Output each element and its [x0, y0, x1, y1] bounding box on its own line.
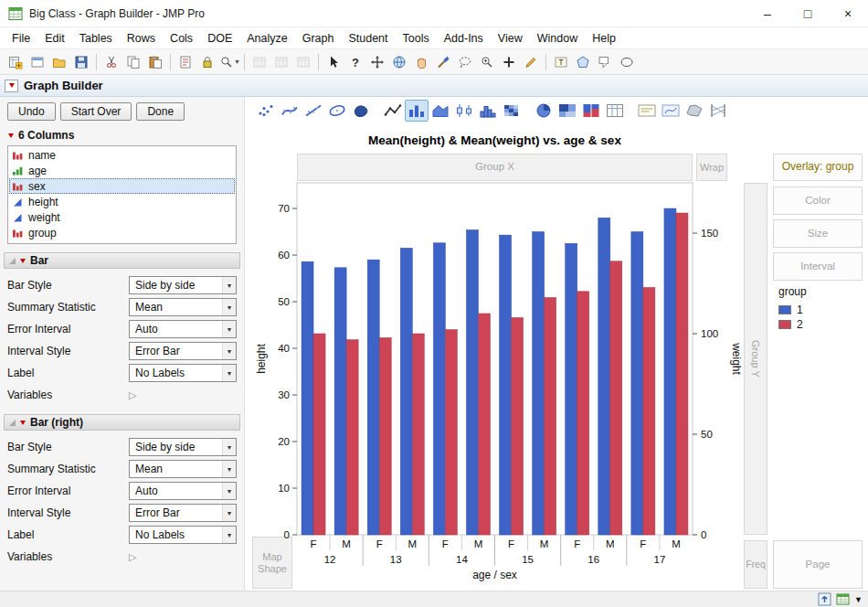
save-icon[interactable] [70, 51, 92, 73]
up-arrow-icon[interactable] [818, 592, 831, 607]
legend-entry-1[interactable]: 1 [778, 303, 807, 317]
label-select[interactable]: No Labels▾ [129, 526, 237, 544]
bar-weight-16F[interactable] [577, 292, 589, 535]
disclosure-triangle-icon[interactable]: ▷ [129, 551, 237, 563]
collapse-triangle-icon[interactable] [9, 420, 16, 426]
pie-icon[interactable] [532, 100, 556, 122]
bar-height-17M[interactable] [664, 208, 676, 535]
histogram-icon[interactable] [476, 100, 500, 122]
drop-zone-size[interactable]: Size [773, 219, 863, 248]
interval-style-select[interactable]: Error Bar▾ [129, 342, 237, 360]
oval-icon[interactable] [616, 51, 638, 73]
area-icon[interactable] [429, 100, 452, 122]
bar-style-select[interactable]: Side by side▾ [129, 438, 237, 456]
help-icon[interactable]: ? [344, 51, 366, 73]
paste-icon[interactable] [144, 51, 166, 73]
menu-help[interactable]: Help [585, 29, 623, 48]
menu-tables[interactable]: Tables [72, 29, 120, 48]
bar-weight-17F[interactable] [643, 287, 655, 535]
bar-height-13M[interactable] [400, 248, 412, 535]
close-button[interactable]: × [828, 0, 868, 27]
bar-height-15F[interactable] [500, 235, 512, 535]
polygon-icon[interactable] [572, 51, 594, 73]
bar-height-12F[interactable] [302, 261, 313, 535]
menu-rows[interactable]: Rows [120, 29, 163, 48]
bar-weight-12M[interactable] [346, 340, 358, 535]
drop-zone-overlay[interactable]: Overlay: group [773, 154, 863, 181]
red-triangle-menu[interactable] [5, 80, 18, 92]
bar-weight-13F[interactable] [379, 337, 391, 535]
heatmap-icon[interactable] [500, 100, 524, 122]
bar-weight-12F[interactable] [313, 334, 325, 535]
columns-list[interactable]: nameagesexheightweightgroup [7, 145, 237, 244]
bar-weight-15F[interactable] [512, 317, 524, 535]
red-triangle-icon[interactable] [20, 259, 26, 263]
menu-window[interactable]: Window [530, 29, 585, 48]
points-icon[interactable] [254, 100, 278, 122]
mosaic-icon[interactable] [579, 100, 603, 122]
interval-style-select[interactable]: Error Bar▾ [129, 504, 237, 522]
tabulate-icon[interactable] [603, 100, 627, 122]
search-icon[interactable]: ▾ [218, 51, 240, 73]
bar-height-15M[interactable] [533, 232, 545, 535]
data-table-icon[interactable] [836, 592, 850, 607]
column-item-age[interactable]: age [9, 163, 235, 178]
summary-statistic-select[interactable]: Mean▾ [129, 460, 237, 478]
formula-icon[interactable] [659, 100, 683, 122]
column-item-name[interactable]: name [9, 147, 235, 163]
menu-cols[interactable]: Cols [163, 29, 200, 48]
menu-student[interactable]: Student [341, 29, 395, 48]
bar-height-13F[interactable] [367, 260, 379, 535]
bar-icon[interactable] [405, 100, 429, 122]
caption-box-icon[interactable] [635, 100, 659, 122]
script-icon[interactable] [175, 51, 196, 73]
menu-graph[interactable]: Graph [295, 29, 342, 48]
bar-height-16F[interactable] [566, 243, 577, 535]
open-icon[interactable] [48, 51, 70, 73]
globe-icon[interactable] [388, 51, 410, 73]
hand-icon[interactable] [410, 51, 432, 73]
parallel-icon[interactable] [706, 100, 730, 122]
menu-edit[interactable]: Edit [37, 29, 72, 48]
new-application-icon[interactable] [26, 51, 48, 73]
bar-height-17F[interactable] [631, 232, 643, 535]
drop-zone-color[interactable]: Color [773, 186, 863, 215]
cut-icon[interactable] [101, 51, 122, 73]
collapse-triangle-icon[interactable] [9, 258, 16, 264]
annotation-icon[interactable]: T [550, 51, 572, 73]
minimize-button[interactable]: – [747, 0, 788, 27]
column-item-height[interactable]: height [9, 194, 235, 209]
lock-icon[interactable] [196, 51, 218, 73]
error-interval-select[interactable]: Auto▾ [129, 482, 237, 500]
bar-weight-14F[interactable] [445, 330, 457, 535]
drop-zone-interval[interactable]: Interval [773, 252, 863, 281]
column-item-weight[interactable]: weight [9, 209, 235, 225]
drop-zone-page[interactable]: Page [773, 540, 863, 589]
error-interval-select[interactable]: Auto▾ [129, 320, 237, 338]
menu-doe[interactable]: DOE [200, 29, 239, 48]
smoother-icon[interactable] [278, 100, 302, 122]
pen-icon[interactable] [520, 51, 542, 73]
bar-height-14F[interactable] [433, 243, 445, 535]
drop-zone-group-y[interactable]: Group Y [744, 183, 767, 535]
summary-statistic-select[interactable]: Mean▾ [129, 298, 237, 316]
undo-button[interactable]: Undo [7, 102, 56, 121]
cursor-icon[interactable] [323, 51, 344, 73]
bar-height-12M[interactable] [334, 268, 346, 535]
start-over-button[interactable]: Start Over [60, 102, 132, 121]
callout-icon[interactable] [594, 51, 616, 73]
box-plot-icon[interactable] [452, 100, 476, 122]
column-item-group[interactable]: group [9, 225, 235, 240]
new-data-table-icon[interactable] [5, 51, 26, 73]
bar-height-16M[interactable] [598, 218, 610, 535]
dropdown-icon[interactable]: ▼ [854, 592, 863, 607]
menu-file[interactable]: File [5, 29, 37, 48]
disclosure-triangle-icon[interactable]: ▷ [129, 389, 237, 401]
graph-canvas[interactable]: 010203040506070050100150heightweightFMFM… [249, 176, 742, 589]
lasso-icon[interactable] [454, 51, 476, 73]
legend-entry-2[interactable]: 2 [778, 317, 807, 332]
line-of-fit-icon[interactable] [302, 100, 325, 122]
label-select[interactable]: No Labels▾ [129, 364, 237, 382]
treemap-icon[interactable] [556, 100, 579, 122]
menu-tools[interactable]: Tools [396, 29, 437, 48]
